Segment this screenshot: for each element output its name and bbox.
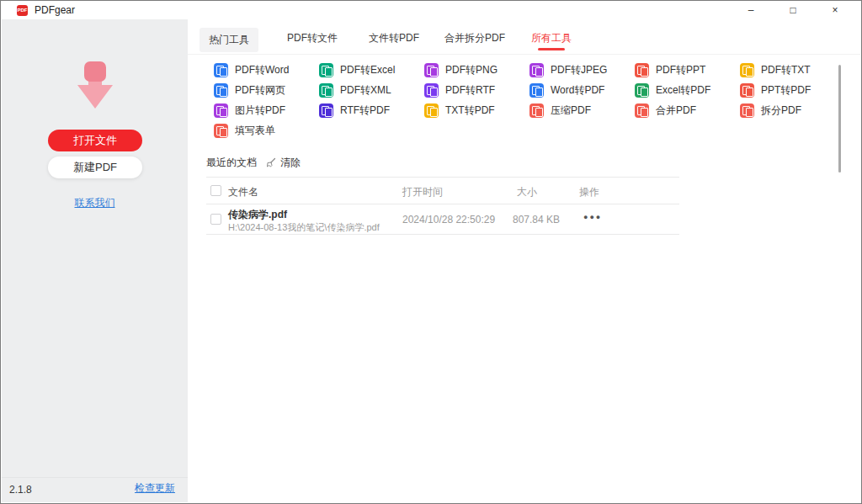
tool-label: 压缩PDF bbox=[551, 103, 591, 118]
txt-to-pdf-icon bbox=[424, 103, 439, 118]
tab-file-to-pdf[interactable]: 文件转PDF bbox=[369, 31, 419, 45]
file-name[interactable]: 传染病学.pdf bbox=[228, 208, 287, 222]
tool-pdf-to-txt[interactable]: PDF转TXT bbox=[740, 60, 845, 80]
tool-label: PPT转PDF bbox=[761, 83, 811, 98]
tool-label: PDF转TXT bbox=[761, 63, 811, 77]
excel-to-pdf-icon bbox=[635, 83, 649, 98]
tab-pdf-to-file[interactable]: PDF转文件 bbox=[287, 31, 338, 45]
ppt-to-pdf-icon bbox=[740, 83, 754, 98]
pdf-to-jpeg-icon bbox=[529, 63, 544, 77]
tool-label: Excel转PDF bbox=[656, 83, 710, 98]
pdf-to-rtf-icon bbox=[424, 83, 439, 98]
split-pdf-icon bbox=[740, 103, 754, 118]
tab-merge-split-pdf[interactable]: 合并拆分PDF bbox=[444, 31, 505, 45]
word-to-pdf-icon bbox=[529, 83, 544, 98]
tab-all-tools[interactable]: 所有工具 bbox=[531, 31, 572, 45]
file-opened-time: 2024/10/28 22:50:29 bbox=[402, 214, 495, 225]
pdf-to-png-icon bbox=[424, 63, 439, 77]
tool-label: PDF转JPEG bbox=[551, 63, 607, 77]
rtf-to-pdf-icon bbox=[319, 103, 333, 118]
tool-ppt-to-pdf[interactable]: PPT转PDF bbox=[740, 80, 845, 100]
tool-label: RTF转PDF bbox=[340, 103, 390, 118]
clear-broom-icon[interactable] bbox=[265, 157, 276, 168]
column-header-opened-time: 打开时间 bbox=[402, 185, 443, 199]
contact-us-link[interactable]: 联系我们 bbox=[75, 197, 115, 209]
window-controls: – □ × bbox=[730, 1, 856, 19]
fill-form-icon bbox=[214, 124, 228, 138]
tab-hot-tools[interactable]: 热门工具 bbox=[200, 28, 258, 52]
clear-recent-button[interactable]: 清除 bbox=[280, 156, 301, 170]
sidebar: 打开文件 新建PDF 联系我们 2.1.8 检查更新 bbox=[2, 19, 188, 502]
tool-pdf-to-web[interactable]: PDF转网页 bbox=[214, 80, 319, 100]
app-logo-icon: PDF bbox=[17, 5, 28, 16]
tool-txt-to-pdf[interactable]: TXT转PDF bbox=[424, 100, 529, 120]
tool-label: PDF转XML bbox=[340, 83, 391, 98]
vertical-scrollbar[interactable] bbox=[838, 65, 841, 172]
close-button[interactable]: × bbox=[814, 1, 856, 19]
tool-label: 图片转PDF bbox=[235, 103, 285, 118]
tool-label: PDF转Word bbox=[235, 63, 289, 77]
tool-label: PDF转网页 bbox=[235, 83, 285, 98]
tool-label: PDF转PNG bbox=[445, 63, 498, 77]
version-label: 2.1.8 bbox=[9, 484, 32, 496]
tool-merge-pdf[interactable]: 合并PDF bbox=[635, 100, 740, 120]
tool-image-to-pdf[interactable]: 图片转PDF bbox=[214, 100, 319, 120]
active-tab-underline bbox=[538, 48, 565, 50]
new-pdf-button[interactable]: 新建PDF bbox=[48, 157, 142, 178]
recent-documents-header: 最近的文档 清除 bbox=[206, 156, 301, 170]
pdf-to-txt-icon bbox=[740, 63, 754, 77]
tool-fill-form[interactable]: 填写表单 bbox=[214, 120, 319, 141]
tool-label: 合并PDF bbox=[656, 103, 696, 118]
tool-word-to-pdf[interactable]: Word转PDF bbox=[529, 80, 635, 100]
tool-label: Word转PDF bbox=[551, 83, 604, 98]
tool-excel-to-pdf[interactable]: Excel转PDF bbox=[635, 80, 740, 100]
image-to-pdf-icon bbox=[214, 103, 228, 118]
table-divider-header bbox=[206, 204, 679, 204]
row-actions-menu-button[interactable]: ●●● bbox=[583, 213, 602, 221]
tool-label: TXT转PDF bbox=[445, 103, 495, 118]
tool-split-pdf[interactable]: 拆分PDF bbox=[740, 100, 845, 120]
pdf-to-ppt-icon bbox=[635, 63, 649, 77]
check-update-link[interactable]: 检查更新 bbox=[135, 481, 175, 496]
maximize-button[interactable]: □ bbox=[772, 1, 814, 19]
minimize-button[interactable]: – bbox=[730, 1, 772, 19]
tool-pdf-to-rtf[interactable]: PDF转RTF bbox=[424, 80, 529, 100]
app-window: PDF PDFgear – □ × 打开文件 新建PDF 联系我们 2.1.8 … bbox=[0, 0, 862, 504]
tool-pdf-to-xml[interactable]: PDF转XML bbox=[319, 80, 424, 100]
pdf-to-web-icon bbox=[214, 83, 228, 98]
file-size: 807.84 KB bbox=[513, 214, 560, 225]
pdf-to-xml-icon bbox=[319, 83, 333, 98]
tool-pdf-to-png[interactable]: PDF转PNG bbox=[424, 60, 529, 80]
tabs-divider bbox=[188, 54, 860, 55]
tool-pdf-to-excel[interactable]: PDF转Excel bbox=[319, 60, 424, 80]
row-checkbox[interactable] bbox=[210, 214, 221, 225]
column-header-size: 大小 bbox=[517, 185, 537, 199]
open-file-button[interactable]: 打开文件 bbox=[48, 130, 142, 151]
column-header-actions: 操作 bbox=[579, 185, 599, 199]
tool-label: 拆分PDF bbox=[761, 103, 801, 118]
column-header-filename: 文件名 bbox=[228, 185, 258, 199]
tool-label: PDF转PPT bbox=[656, 63, 705, 77]
compress-pdf-icon bbox=[529, 103, 544, 118]
pdf-to-excel-icon bbox=[319, 63, 333, 77]
window-title: PDFgear bbox=[35, 4, 75, 16]
tool-label: PDF转Excel bbox=[340, 63, 395, 77]
tools-grid: PDF转Word PDF转Excel PDF转PNG PDF转JPEG PDF转… bbox=[214, 60, 845, 141]
title-bar: PDF PDFgear – □ × bbox=[1, 1, 861, 19]
table-divider-top bbox=[206, 177, 679, 178]
pdf-to-word-icon bbox=[214, 63, 228, 77]
tool-pdf-to-word[interactable]: PDF转Word bbox=[214, 60, 319, 80]
recent-documents-title: 最近的文档 bbox=[206, 156, 257, 170]
tool-pdf-to-jpeg[interactable]: PDF转JPEG bbox=[529, 60, 635, 80]
tool-rtf-to-pdf[interactable]: RTF转PDF bbox=[319, 100, 424, 120]
file-path: H:\2024-08-13我的笔记\传染病学.pdf bbox=[228, 221, 380, 234]
tool-pdf-to-ppt[interactable]: PDF转PPT bbox=[635, 60, 740, 80]
download-arrow-icon bbox=[70, 60, 120, 114]
sidebar-footer: 2.1.8 检查更新 bbox=[2, 477, 188, 502]
table-divider-bottom bbox=[206, 234, 679, 235]
merge-pdf-icon bbox=[635, 103, 649, 118]
tool-label: 填写表单 bbox=[235, 124, 275, 138]
select-all-checkbox[interactable] bbox=[210, 185, 221, 196]
tool-compress-pdf[interactable]: 压缩PDF bbox=[529, 100, 635, 120]
contact-link-row: 联系我们 bbox=[2, 194, 188, 210]
